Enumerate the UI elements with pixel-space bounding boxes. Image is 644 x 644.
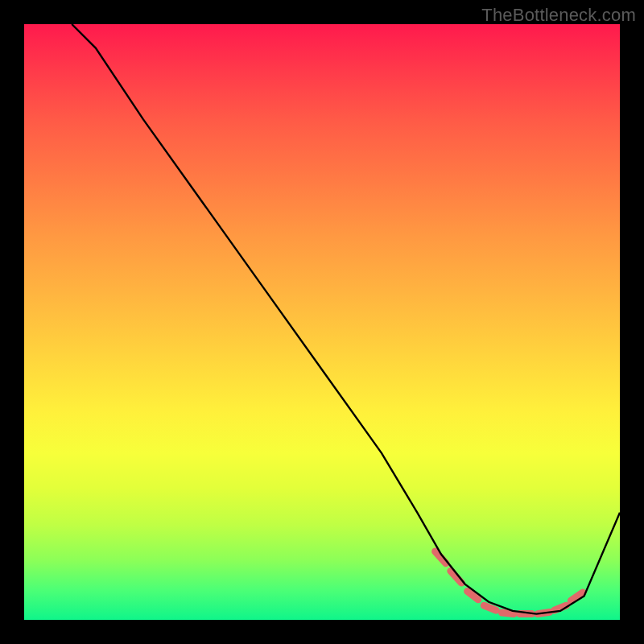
dash-overlay [436, 551, 584, 614]
dash-segment [484, 605, 496, 610]
chart-svg [24, 24, 620, 620]
chart-frame: TheBottleneck.com [0, 0, 644, 644]
curve-line [72, 24, 620, 614]
chart-plot-area [24, 24, 620, 620]
dash-segment [502, 613, 514, 614]
watermark-text: TheBottleneck.com [481, 5, 636, 26]
